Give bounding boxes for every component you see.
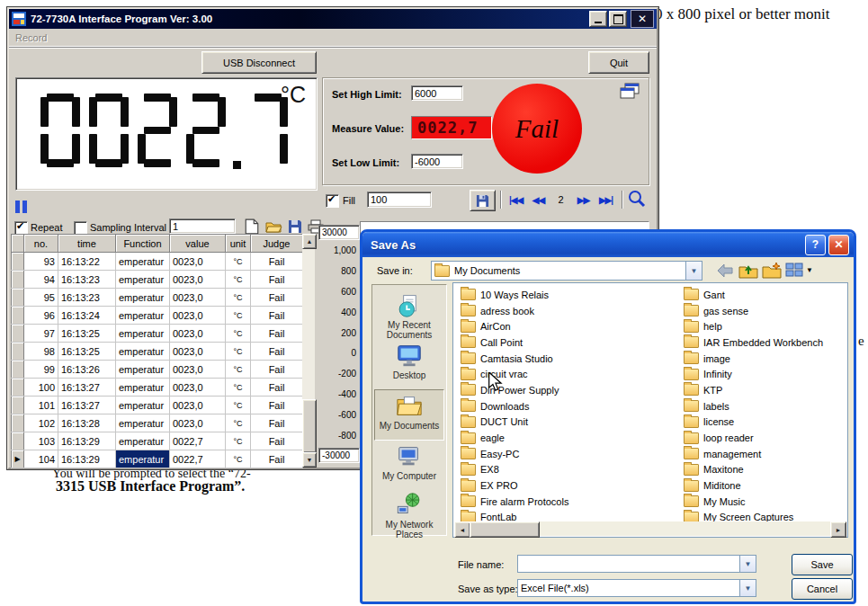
table-cell[interactable]: 0023,0	[170, 343, 226, 361]
col-header-function[interactable]: Function	[116, 235, 170, 253]
table-cell[interactable]: °C	[226, 253, 251, 271]
row-selector[interactable]: ▶	[12, 450, 24, 468]
folder-item[interactable]: KTP	[684, 382, 823, 398]
nav-first-button[interactable]: |◀◀	[505, 191, 527, 209]
table-row[interactable]: 10016:13:27emperatur0023,0°CFail	[12, 379, 303, 397]
table-cell[interactable]: °C	[226, 379, 251, 397]
table-cell[interactable]: 0023,0	[170, 307, 226, 325]
table-cell[interactable]: °C	[226, 325, 251, 343]
table-row[interactable]: 9416:13:23emperatur0023,0°CFail	[12, 271, 303, 289]
table-cell[interactable]: 100	[24, 379, 58, 397]
table-cell[interactable]: emperatur	[116, 289, 170, 307]
row-selector[interactable]	[12, 414, 24, 432]
chart-max-input[interactable]	[318, 225, 360, 240]
folder-item[interactable]: loop reader	[684, 430, 823, 446]
place-my-documents[interactable]: My Documents	[374, 389, 444, 441]
row-selector[interactable]	[12, 307, 24, 325]
folder-item[interactable]: 10 Ways Relais	[461, 287, 568, 303]
table-cell[interactable]: 16:13:25	[58, 343, 116, 361]
up-one-level-icon[interactable]	[738, 262, 758, 280]
place-recent-documents[interactable]: My Recent Documents	[372, 290, 446, 340]
row-selector[interactable]	[12, 343, 24, 361]
table-cell[interactable]: 16:13:23	[58, 271, 116, 289]
new-document-icon[interactable]	[245, 218, 259, 235]
scroll-left-arrow[interactable]: ◄	[454, 521, 470, 538]
place-my-network[interactable]: My Network Places	[372, 490, 446, 539]
minimize-button[interactable]	[589, 11, 607, 27]
fill-checkbox[interactable]: ✔	[326, 194, 339, 208]
place-desktop[interactable]: Desktop	[372, 340, 446, 389]
table-cell[interactable]: 0023,0	[170, 361, 226, 379]
scroll-right-arrow[interactable]: ►	[830, 521, 846, 538]
table-cell[interactable]: 95	[24, 289, 58, 307]
usb-disconnect-button[interactable]: USB Disconnect	[201, 51, 317, 74]
pause-indicator[interactable]	[15, 201, 27, 213]
table-row[interactable]: 9716:13:25emperatur0023,0°CFail	[12, 325, 303, 343]
folder-item[interactable]: image	[684, 351, 823, 367]
table-cell[interactable]: emperatur	[116, 432, 170, 450]
horizontal-scrollbar[interactable]: ◄ ►	[454, 521, 846, 536]
title-bar[interactable]: 72-7730A Interface Program Ver: 3.00 ✕	[9, 9, 657, 29]
zoom-icon[interactable]	[628, 190, 646, 208]
table-cell[interactable]: emperatur	[116, 450, 170, 468]
table-row[interactable]: 9516:13:23emperatur0023,0°CFail	[12, 289, 303, 307]
folder-item[interactable]: AirCon	[461, 318, 568, 334]
table-cell[interactable]: Fail	[251, 379, 303, 397]
table-cell[interactable]: Fail	[251, 432, 303, 450]
quit-button[interactable]: Quit	[588, 51, 649, 74]
file-name-combobox[interactable]: ▼	[517, 555, 756, 573]
table-cell[interactable]: 16:13:29	[58, 450, 116, 468]
folder-item[interactable]: Miditone	[684, 477, 823, 494]
chevron-down-icon[interactable]: ▼	[739, 580, 756, 596]
row-selector[interactable]	[12, 253, 24, 271]
table-cell[interactable]: 16:13:24	[58, 307, 116, 325]
hscrollbar-thumb[interactable]	[470, 521, 540, 538]
folder-item[interactable]: gas sense	[684, 303, 823, 319]
row-selector[interactable]	[12, 361, 24, 379]
close-button[interactable]: ✕	[631, 10, 654, 28]
table-cell[interactable]: °C	[226, 343, 251, 361]
table-cell[interactable]: 16:13:23	[58, 289, 116, 307]
table-cell[interactable]: °C	[226, 414, 251, 432]
table-cell[interactable]: 99	[24, 361, 58, 379]
fill-input[interactable]	[367, 192, 432, 208]
folder-item[interactable]: license	[684, 414, 823, 431]
nav-last-button[interactable]: ▶▶|	[595, 191, 617, 209]
table-cell[interactable]: Fail	[251, 414, 303, 432]
table-cell[interactable]: 0023,0	[170, 253, 226, 271]
scroll-down-arrow[interactable]: ▼	[302, 452, 317, 468]
row-selector[interactable]	[12, 379, 24, 397]
table-cell[interactable]: Fail	[251, 271, 303, 289]
col-header-time[interactable]: time	[58, 235, 116, 253]
table-cell[interactable]: emperatur	[116, 271, 170, 289]
table-cell[interactable]: 16:13:29	[58, 432, 116, 450]
place-my-computer[interactable]: My Computer	[372, 441, 446, 490]
view-menu-button[interactable]: ▼	[785, 262, 813, 278]
table-cell[interactable]: 0022,7	[170, 450, 226, 468]
table-cell[interactable]: 0023,0	[170, 397, 226, 414]
table-cell[interactable]: 16:13:25	[58, 325, 116, 343]
table-cell[interactable]: 96	[24, 307, 58, 325]
table-cell[interactable]: Fail	[251, 289, 303, 307]
col-header-value[interactable]: value	[170, 235, 226, 253]
folder-item[interactable]: DUCT Unit	[461, 414, 568, 431]
table-row[interactable]: 10316:13:29emperatur0022,7°CFail	[12, 432, 303, 450]
folder-item[interactable]: My Music	[684, 494, 823, 510]
table-cell[interactable]: 104	[24, 450, 58, 468]
cascade-windows-icon[interactable]	[620, 83, 640, 99]
table-cell[interactable]: 97	[24, 325, 58, 343]
folder-item[interactable]: labels	[684, 398, 823, 414]
table-cell[interactable]: °C	[226, 271, 251, 289]
table-cell[interactable]: 0023,0	[170, 271, 226, 289]
maximize-button[interactable]	[609, 11, 627, 27]
table-cell[interactable]: 16:13:27	[58, 397, 116, 414]
table-cell[interactable]: 16:13:27	[58, 379, 116, 397]
folder-item[interactable]: Gant	[684, 287, 823, 303]
col-header-judge[interactable]: Judge	[251, 235, 303, 253]
table-row[interactable]: 9916:13:26emperatur0023,0°CFail	[12, 361, 303, 379]
folder-item[interactable]: Din Power Supply	[461, 382, 568, 398]
table-scrollbar[interactable]: ▲ ▼	[302, 234, 315, 468]
scroll-up-arrow[interactable]: ▲	[302, 234, 317, 249]
save-as-type-combobox[interactable]: Excel File(*.xls) ▼	[517, 579, 756, 597]
sampling-interval-checkbox[interactable]	[74, 221, 87, 235]
